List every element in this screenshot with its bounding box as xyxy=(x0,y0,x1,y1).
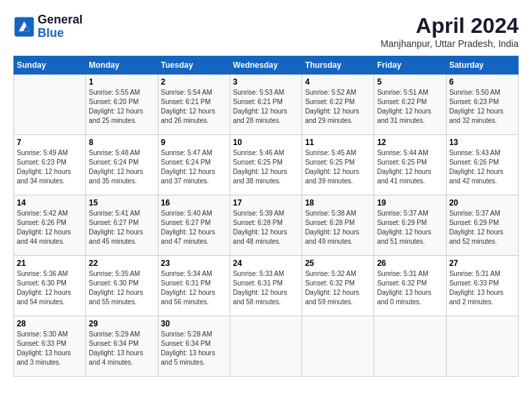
day-number: 15 xyxy=(89,198,154,208)
day-number: 4 xyxy=(305,77,371,87)
table-row: 28Sunrise: 5:30 AMSunset: 6:33 PMDayligh… xyxy=(14,316,86,377)
day-number: 21 xyxy=(17,259,83,268)
logo-text: General Blue xyxy=(38,13,83,40)
table-row: 30Sunrise: 5:28 AMSunset: 6:34 PMDayligh… xyxy=(158,316,230,377)
table-row: 16Sunrise: 5:40 AMSunset: 6:27 PMDayligh… xyxy=(158,195,230,256)
day-info: Sunrise: 5:29 AMSunset: 6:34 PMDaylight:… xyxy=(89,330,154,367)
table-row: 4Sunrise: 5:52 AMSunset: 6:22 PMDaylight… xyxy=(302,75,374,135)
table-row: 3Sunrise: 5:53 AMSunset: 6:21 PMDaylight… xyxy=(230,75,302,135)
table-row: 14Sunrise: 5:42 AMSunset: 6:26 PMDayligh… xyxy=(14,195,86,256)
header-monday: Monday xyxy=(86,56,158,75)
table-row xyxy=(230,316,302,377)
table-row: 7Sunrise: 5:49 AMSunset: 6:23 PMDaylight… xyxy=(14,135,86,195)
day-number: 13 xyxy=(449,138,515,147)
table-row: 26Sunrise: 5:31 AMSunset: 6:32 PMDayligh… xyxy=(374,256,446,316)
day-number: 23 xyxy=(161,259,227,268)
day-info: Sunrise: 5:47 AMSunset: 6:24 PMDaylight:… xyxy=(161,148,227,186)
table-row: 19Sunrise: 5:37 AMSunset: 6:29 PMDayligh… xyxy=(374,195,446,256)
day-number: 20 xyxy=(449,198,515,208)
day-info: Sunrise: 5:46 AMSunset: 6:25 PMDaylight:… xyxy=(233,148,299,186)
day-info: Sunrise: 5:38 AMSunset: 6:28 PMDaylight:… xyxy=(305,209,371,246)
day-info: Sunrise: 5:55 AMSunset: 6:20 PMDaylight:… xyxy=(89,88,154,126)
day-info: Sunrise: 5:43 AMSunset: 6:26 PMDaylight:… xyxy=(449,148,515,186)
day-info: Sunrise: 5:33 AMSunset: 6:31 PMDaylight:… xyxy=(233,269,299,307)
day-info: Sunrise: 5:34 AMSunset: 6:31 PMDaylight:… xyxy=(161,269,227,307)
day-number: 27 xyxy=(449,259,515,268)
day-info: Sunrise: 5:32 AMSunset: 6:32 PMDaylight:… xyxy=(305,269,371,307)
day-info: Sunrise: 5:48 AMSunset: 6:24 PMDaylight:… xyxy=(89,148,154,186)
weekday-header-row: Sunday Monday Tuesday Wednesday Thursday… xyxy=(14,56,519,75)
day-number: 12 xyxy=(377,138,443,147)
day-info: Sunrise: 5:54 AMSunset: 6:21 PMDaylight:… xyxy=(161,88,227,126)
table-row: 27Sunrise: 5:31 AMSunset: 6:33 PMDayligh… xyxy=(446,256,518,316)
page-header: General Blue April 2024 Manjhanpur, Utta… xyxy=(13,13,519,49)
table-row: 11Sunrise: 5:45 AMSunset: 6:25 PMDayligh… xyxy=(302,135,374,195)
day-number: 5 xyxy=(377,77,443,87)
location: Manjhanpur, Uttar Pradesh, India xyxy=(381,38,519,49)
day-number: 9 xyxy=(161,138,227,147)
table-row: 10Sunrise: 5:46 AMSunset: 6:25 PMDayligh… xyxy=(230,135,302,195)
day-number: 25 xyxy=(305,259,371,268)
day-info: Sunrise: 5:37 AMSunset: 6:29 PMDaylight:… xyxy=(449,209,515,246)
day-info: Sunrise: 5:35 AMSunset: 6:30 PMDaylight:… xyxy=(89,269,154,307)
day-info: Sunrise: 5:44 AMSunset: 6:25 PMDaylight:… xyxy=(377,148,443,186)
header-wednesday: Wednesday xyxy=(230,56,302,75)
day-info: Sunrise: 5:39 AMSunset: 6:28 PMDaylight:… xyxy=(233,209,299,246)
table-row: 15Sunrise: 5:41 AMSunset: 6:27 PMDayligh… xyxy=(86,195,158,256)
day-number: 22 xyxy=(89,259,154,268)
table-row: 24Sunrise: 5:33 AMSunset: 6:31 PMDayligh… xyxy=(230,256,302,316)
table-row: 12Sunrise: 5:44 AMSunset: 6:25 PMDayligh… xyxy=(374,135,446,195)
day-number: 3 xyxy=(233,77,299,87)
table-row: 17Sunrise: 5:39 AMSunset: 6:28 PMDayligh… xyxy=(230,195,302,256)
day-info: Sunrise: 5:50 AMSunset: 6:23 PMDaylight:… xyxy=(449,88,515,126)
day-number: 8 xyxy=(89,138,154,147)
day-info: Sunrise: 5:37 AMSunset: 6:29 PMDaylight:… xyxy=(377,209,443,246)
day-info: Sunrise: 5:28 AMSunset: 6:34 PMDaylight:… xyxy=(161,330,227,367)
logo: General Blue xyxy=(13,13,83,40)
table-row: 22Sunrise: 5:35 AMSunset: 6:30 PMDayligh… xyxy=(86,256,158,316)
calendar-week-row: 1Sunrise: 5:55 AMSunset: 6:20 PMDaylight… xyxy=(14,75,519,135)
table-row: 25Sunrise: 5:32 AMSunset: 6:32 PMDayligh… xyxy=(302,256,374,316)
header-saturday: Saturday xyxy=(446,56,518,75)
day-info: Sunrise: 5:53 AMSunset: 6:21 PMDaylight:… xyxy=(233,88,299,126)
day-info: Sunrise: 5:36 AMSunset: 6:30 PMDaylight:… xyxy=(17,269,83,307)
day-info: Sunrise: 5:40 AMSunset: 6:27 PMDaylight:… xyxy=(161,209,227,246)
table-row: 23Sunrise: 5:34 AMSunset: 6:31 PMDayligh… xyxy=(158,256,230,316)
table-row xyxy=(374,316,446,377)
day-number: 24 xyxy=(233,259,299,268)
day-number: 2 xyxy=(161,77,227,87)
day-info: Sunrise: 5:42 AMSunset: 6:26 PMDaylight:… xyxy=(17,209,83,246)
day-info: Sunrise: 5:30 AMSunset: 6:33 PMDaylight:… xyxy=(17,330,83,367)
header-tuesday: Tuesday xyxy=(158,56,230,75)
table-row: 9Sunrise: 5:47 AMSunset: 6:24 PMDaylight… xyxy=(158,135,230,195)
day-number: 14 xyxy=(17,198,83,208)
day-number: 1 xyxy=(89,77,154,87)
table-row xyxy=(302,316,374,377)
table-row: 6Sunrise: 5:50 AMSunset: 6:23 PMDaylight… xyxy=(446,75,518,135)
title-area: April 2024 Manjhanpur, Uttar Pradesh, In… xyxy=(381,13,519,49)
logo-icon xyxy=(13,16,35,38)
table-row: 20Sunrise: 5:37 AMSunset: 6:29 PMDayligh… xyxy=(446,195,518,256)
day-number: 26 xyxy=(377,259,443,268)
table-row: 5Sunrise: 5:51 AMSunset: 6:22 PMDaylight… xyxy=(374,75,446,135)
day-number: 7 xyxy=(17,138,83,147)
calendar-table: Sunday Monday Tuesday Wednesday Thursday… xyxy=(13,56,519,377)
table-row: 13Sunrise: 5:43 AMSunset: 6:26 PMDayligh… xyxy=(446,135,518,195)
day-info: Sunrise: 5:45 AMSunset: 6:25 PMDaylight:… xyxy=(305,148,371,186)
day-info: Sunrise: 5:31 AMSunset: 6:32 PMDaylight:… xyxy=(377,269,443,307)
table-row xyxy=(14,75,86,135)
day-number: 18 xyxy=(305,198,371,208)
header-sunday: Sunday xyxy=(14,56,86,75)
day-info: Sunrise: 5:49 AMSunset: 6:23 PMDaylight:… xyxy=(17,148,83,186)
day-number: 11 xyxy=(305,138,371,147)
day-info: Sunrise: 5:51 AMSunset: 6:22 PMDaylight:… xyxy=(377,88,443,126)
day-number: 16 xyxy=(161,198,227,208)
day-info: Sunrise: 5:52 AMSunset: 6:22 PMDaylight:… xyxy=(305,88,371,126)
day-number: 19 xyxy=(377,198,443,208)
day-number: 30 xyxy=(161,319,227,328)
table-row: 18Sunrise: 5:38 AMSunset: 6:28 PMDayligh… xyxy=(302,195,374,256)
table-row: 2Sunrise: 5:54 AMSunset: 6:21 PMDaylight… xyxy=(158,75,230,135)
header-thursday: Thursday xyxy=(302,56,374,75)
day-info: Sunrise: 5:41 AMSunset: 6:27 PMDaylight:… xyxy=(89,209,154,246)
calendar-week-row: 14Sunrise: 5:42 AMSunset: 6:26 PMDayligh… xyxy=(14,195,519,256)
